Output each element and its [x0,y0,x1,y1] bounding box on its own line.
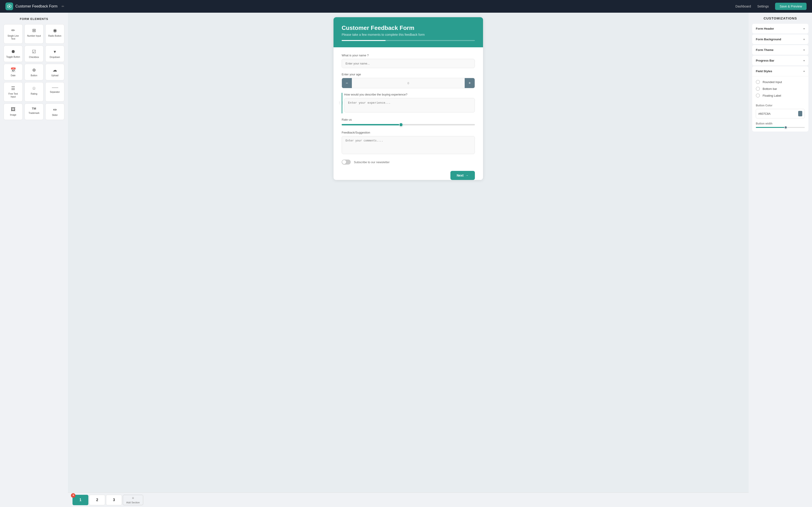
color-input-wrap [756,109,805,118]
dropdown-icon: ▾ [54,49,56,54]
form-theme-section-header[interactable]: Form Theme ▾ [752,45,808,55]
element-image[interactable]: 🖼 Image [4,103,23,120]
bottom-bar-label: Bottom bar [763,87,777,91]
element-trademark[interactable]: TM Trademark [24,103,44,120]
number-decrement-button[interactable]: − [342,78,352,88]
section-1-label: 1 [80,498,82,502]
upload-icon: ☁ [53,67,57,73]
customization-progress-bar: Progress Bar ▾ [752,56,808,65]
floating-label-option[interactable]: Floating Label [756,94,805,98]
element-radio-button[interactable]: ◉ Radio Button [45,24,64,44]
form-body: What is your name ? Enter your age − 0 + [334,47,483,176]
toggle-button-label: Toggle Button [6,55,20,58]
trademark-label: Trademark [29,112,39,115]
image-icon: 🖼 [11,107,15,112]
form-background-section-header[interactable]: Form Background ▾ [752,35,808,44]
section-3-label: 3 [113,498,115,502]
delete-badge-icon[interactable]: ✕ [71,493,75,498]
form-header-subtitle: Please take a few moments to complete th… [342,33,475,37]
element-free-text-input[interactable]: ☰ Free Text Input [4,82,23,102]
field-styles-body: Rounded Input Bottom bar Floating Label [752,76,808,104]
left-panel: FORM ELEMENTS ✏ Single Line Text ⊞ Numbe… [0,13,68,507]
number-increment-button[interactable]: + [465,78,475,88]
nav-title: Customer Feedback Form [15,4,58,8]
slider-thumb[interactable] [399,123,403,127]
toggle-wrap: Subscribe to our newsletter [342,160,475,165]
slider-icon: ⇔ [53,107,57,112]
next-arrow-icon: → [465,174,468,177]
experience-field-label: How would you describe the buying experi… [344,93,475,96]
element-upload[interactable]: ☁ Upload [45,64,64,80]
bottom-bar-option[interactable]: Bottom bar [756,87,805,91]
form-elements-title: FORM ELEMENTS [4,17,64,20]
feedback-field-input[interactable] [342,136,475,154]
name-field-input[interactable] [342,59,475,68]
field-styles-section-header[interactable]: Field Styles ▾ [752,66,808,76]
element-button[interactable]: ⊕ Button [24,64,44,80]
element-number-input[interactable]: ⊞ Number Input [24,24,44,44]
rate-us-field-wrap: Rate us [342,118,475,126]
number-input-icon: ⊞ [32,27,36,33]
element-dropdown[interactable]: ▾ Dropdown [45,46,64,62]
customization-form-theme: Form Theme ▾ [752,45,808,55]
element-rating[interactable]: ☆ Rating [24,82,44,102]
age-field-label: Enter your age [342,73,475,76]
toggle-thumb [342,160,346,164]
element-date[interactable]: 📅 Date [4,64,23,80]
rate-us-field-label: Rate us [342,118,475,121]
experience-field-wrap: ⋮⋮ How would you describe the buying exp… [342,93,475,113]
rounded-input-option[interactable]: Rounded Input [756,80,805,84]
free-text-input-label: Free Text Input [6,92,20,98]
section-tab-1[interactable]: ✕ 1 [72,495,88,505]
form-header-section-header[interactable]: Form Header ▾ [752,24,808,34]
dashboard-link[interactable]: Dashboard [735,5,751,8]
element-separator[interactable]: — — Separator [45,82,64,102]
app-logo-icon [5,2,13,10]
svg-point-1 [9,6,10,7]
add-section-button[interactable]: + Add Section [123,495,143,505]
button-width-slider[interactable] [756,127,805,128]
rounded-input-label: Rounded Input [763,80,782,84]
element-checkbox[interactable]: ☑ Checkbox [24,46,44,62]
section-tab-3[interactable]: 3 [106,495,122,505]
button-color-swatch[interactable] [798,111,802,116]
element-slider[interactable]: ⇔ Slider [45,103,64,120]
nav-logo: Customer Feedback Form ✏ [5,2,735,10]
form-header-section-label: Form Header [756,27,774,30]
field-styles-section-label: Field Styles [756,69,772,73]
next-button[interactable]: Next → [450,171,475,180]
element-single-line-text[interactable]: ✏ Single Line Text [4,24,23,44]
form-header: Customer Feedback Form Please take a few… [334,17,483,47]
customization-field-styles: Field Styles ▾ Rounded Input Bottom bar … [752,66,808,131]
rate-us-slider[interactable] [342,123,475,126]
progress-bar-section-label: Progress Bar [756,59,774,62]
drag-handle-icon[interactable]: ⋮⋮ [338,101,344,105]
toggle-button[interactable] [342,160,351,165]
top-nav: Customer Feedback Form ✏ Dashboard Setti… [0,0,812,13]
button-width-label: Button width [756,122,805,125]
form-background-chevron-icon: ▾ [803,38,805,41]
progress-bar-section-header[interactable]: Progress Bar ▾ [752,56,808,65]
elements-grid: ✏ Single Line Text ⊞ Number Input ◉ Radi… [4,24,64,120]
element-toggle-button[interactable]: ⏺ Toggle Button [4,46,23,62]
newsletter-field-wrap: Subscribe to our newsletter [342,160,475,165]
section-tab-2[interactable]: 2 [89,495,105,505]
button-color-input[interactable] [758,112,796,115]
button-width-thumb[interactable] [784,126,787,129]
button-width-section: Button width [752,122,808,131]
next-button-label: Next [457,174,464,177]
floating-label-radio[interactable] [756,94,760,98]
main-layout: FORM ELEMENTS ✏ Single Line Text ⊞ Numbe… [0,13,812,507]
number-input-wrap: − 0 + [342,78,475,88]
bottom-bar-radio[interactable] [756,87,760,91]
nav-actions: Dashboard Settings Save & Preview [735,3,807,10]
edit-icon[interactable]: ✏ [62,5,64,8]
save-preview-button[interactable]: Save & Preview [775,3,807,10]
experience-field-input[interactable] [344,98,475,112]
age-field-wrap: Enter your age − 0 + [342,73,475,88]
checkbox-icon: ☑ [32,49,36,54]
rounded-input-radio[interactable] [756,80,760,84]
button-color-label: Button Color [756,104,805,107]
radio-button-icon: ◉ [53,27,57,33]
settings-link[interactable]: Settings [757,5,769,8]
